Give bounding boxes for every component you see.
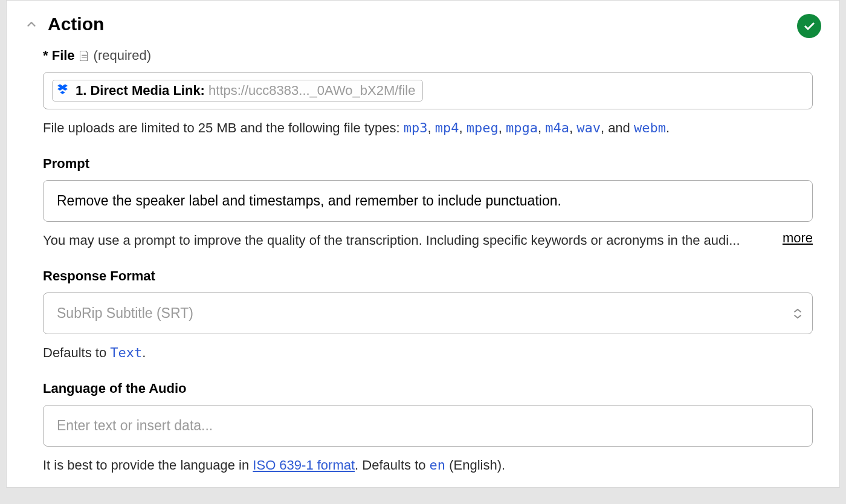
more-link[interactable]: more (783, 230, 813, 246)
file-chip[interactable]: 1. Direct Media Link: https://ucc8383...… (52, 80, 423, 102)
section-title: Action (48, 14, 104, 34)
file-label: * File (required) (43, 48, 813, 63)
file-input[interactable]: 1. Direct Media Link: https://ucc8383...… (43, 72, 813, 109)
language-field: Language of the Audio It is best to prov… (43, 381, 813, 475)
response-format-help-text: Defaults to Text. (43, 343, 813, 363)
dropbox-icon (57, 83, 69, 99)
language-label: Language of the Audio (43, 381, 813, 396)
iso-format-link[interactable]: ISO 639-1 format (253, 457, 355, 473)
prompt-help-text: You may use a prompt to improve the qual… (43, 230, 772, 250)
select-chevrons-icon (793, 308, 802, 319)
chevron-up-icon[interactable] (25, 18, 38, 31)
status-success-icon (797, 14, 821, 38)
action-section-header: Action (7, 1, 839, 48)
file-field: * File (required) 1. Direct Media Link: … (43, 48, 813, 138)
response-format-label: Response Format (43, 268, 813, 284)
prompt-field: Prompt You may use a prompt to improve t… (43, 156, 813, 250)
language-input[interactable] (43, 405, 813, 447)
file-help-text: File uploads are limited to 25 MB and th… (43, 118, 813, 138)
prompt-label: Prompt (43, 156, 813, 172)
prompt-input[interactable] (43, 180, 813, 222)
response-format-select[interactable] (43, 292, 813, 334)
language-help-text: It is best to provide the language in IS… (43, 455, 813, 475)
document-icon (80, 51, 89, 61)
response-format-field: Response Format Defaults to Text. (43, 268, 813, 363)
